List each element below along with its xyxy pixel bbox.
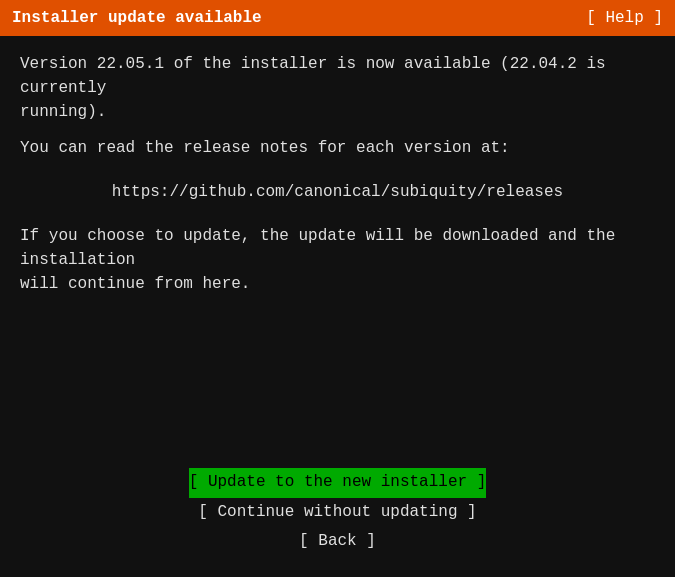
- update-button[interactable]: [ Update to the new installer ]: [189, 468, 487, 498]
- back-button[interactable]: [ Back ]: [218, 527, 458, 557]
- release-notes-link: https://github.com/canonical/subiquity/r…: [20, 180, 655, 204]
- title-bar: Installer update available [ Help ]: [0, 0, 675, 36]
- help-button[interactable]: [ Help ]: [586, 9, 663, 27]
- title-text: Installer update available: [12, 9, 262, 27]
- version-line1: Version 22.05.1 of the installer is now …: [20, 52, 655, 100]
- update-info-line1: If you choose to update, the update will…: [20, 224, 655, 272]
- buttons-area: [ Update to the new installer ] [ Contin…: [0, 468, 675, 577]
- app-container: Installer update available [ Help ] Vers…: [0, 0, 675, 577]
- content-area: Version 22.05.1 of the installer is now …: [0, 36, 675, 468]
- continue-button[interactable]: [ Continue without updating ]: [198, 498, 476, 528]
- release-notes-line: You can read the release notes for each …: [20, 136, 655, 160]
- version-line2: running).: [20, 100, 655, 124]
- update-info-line2: will continue from here.: [20, 272, 655, 296]
